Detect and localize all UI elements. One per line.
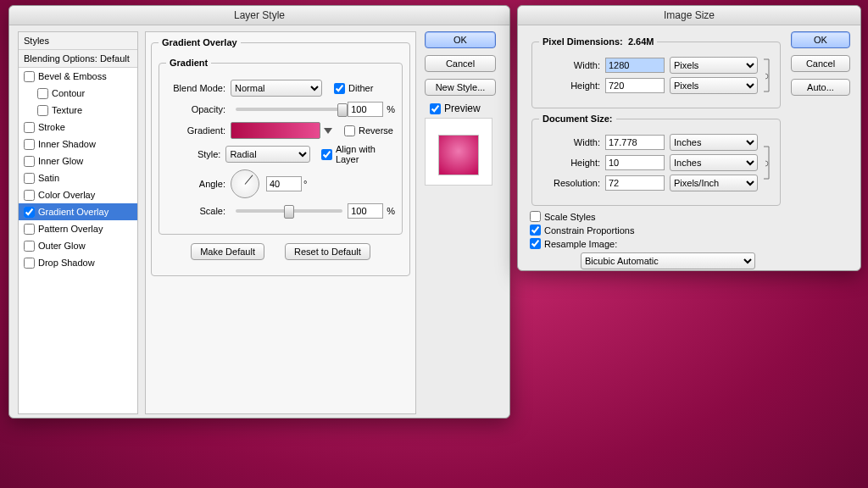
style-item-checkbox[interactable] — [24, 122, 35, 133]
doc-height-input[interactable] — [605, 155, 665, 170]
style-item-checkbox[interactable] — [24, 71, 35, 82]
blend-mode-select[interactable]: Normal — [231, 80, 322, 97]
auto-button[interactable]: Auto... — [791, 79, 850, 96]
make-default-button[interactable]: Make Default — [191, 243, 264, 260]
new-style-button[interactable]: New Style... — [425, 79, 496, 96]
px-height-input[interactable] — [605, 78, 665, 93]
style-item-checkbox[interactable] — [24, 258, 35, 269]
scale-input[interactable] — [348, 203, 383, 219]
resolution-unit[interactable]: Pixels/Inch — [670, 175, 758, 191]
style-item-checkbox[interactable] — [24, 156, 35, 167]
preview-swatch-box — [425, 118, 492, 186]
resample-input[interactable] — [530, 238, 541, 249]
angle-input[interactable] — [266, 176, 302, 191]
pixel-dimensions-group: Pixel Dimensions: 2.64M Width: Pixels He… — [531, 36, 781, 108]
style-label: Style: — [166, 149, 220, 159]
image-size-buttons: OK Cancel Auto... — [791, 31, 854, 103]
style-item-bevel-emboss[interactable]: Bevel & Emboss — [19, 68, 137, 85]
angle-unit: ° — [303, 179, 307, 189]
style-item-label: Inner Shadow — [38, 139, 96, 149]
px-height-unit[interactable]: Pixels — [670, 77, 758, 94]
style-item-drop-shadow[interactable]: Drop Shadow — [19, 254, 137, 271]
style-item-color-overlay[interactable]: Color Overlay — [19, 186, 137, 203]
style-item-inner-shadow[interactable]: Inner Shadow — [19, 136, 137, 152]
scale-styles-input[interactable] — [530, 211, 541, 222]
reverse-input[interactable] — [344, 125, 355, 136]
resample-checkbox[interactable]: Resample Image: — [530, 238, 781, 249]
style-item-label: Satin — [38, 173, 59, 183]
styles-header[interactable]: Styles — [19, 32, 137, 50]
doc-width-label: Width: — [539, 137, 600, 147]
document-size-legend: Document Size: — [539, 114, 616, 124]
style-item-checkbox[interactable] — [24, 224, 35, 235]
constrain-checkbox[interactable]: Constrain Proportions — [530, 225, 781, 236]
style-item-pattern-overlay[interactable]: Pattern Overlay — [19, 220, 137, 237]
blending-options-header[interactable]: Blending Options: Default — [19, 50, 137, 68]
opacity-unit: % — [387, 104, 395, 114]
style-item-checkbox[interactable] — [24, 139, 35, 150]
opacity-input[interactable] — [348, 102, 383, 117]
reverse-checkbox[interactable]: Reverse — [344, 125, 393, 136]
scale-slider[interactable] — [236, 209, 342, 213]
ok-button[interactable]: OK — [425, 31, 496, 48]
reset-default-button[interactable]: Reset to Default — [285, 243, 370, 260]
style-item-checkbox[interactable] — [37, 88, 48, 99]
style-item-checkbox[interactable] — [24, 173, 35, 184]
style-item-label: Color Overlay — [38, 190, 95, 200]
style-item-label: Bevel & Emboss — [38, 71, 107, 81]
layer-style-buttons: OK Cancel New Style... Preview — [425, 31, 501, 186]
style-item-stroke[interactable]: Stroke — [19, 119, 137, 136]
image-size-title: Image Size — [518, 6, 860, 25]
gradient-swatch[interactable] — [231, 122, 320, 139]
scale-styles-checkbox[interactable]: Scale Styles — [530, 211, 781, 222]
style-item-checkbox[interactable] — [24, 190, 35, 201]
style-item-label: Inner Glow — [38, 156, 83, 166]
style-item-satin[interactable]: Satin — [19, 169, 137, 186]
style-item-label: Texture — [52, 105, 82, 115]
doc-width-input[interactable] — [605, 135, 665, 150]
cancel-button[interactable]: Cancel — [425, 55, 496, 72]
preview-checkbox[interactable]: Preview — [430, 103, 501, 114]
style-item-contour[interactable]: Contour — [19, 85, 137, 102]
style-item-label: Outer Glow — [38, 241, 86, 251]
doc-width-unit[interactable]: Inches — [670, 134, 758, 151]
style-item-checkbox[interactable] — [24, 207, 35, 218]
document-size-group: Document Size: Width: Inches Height: Inc… — [531, 114, 781, 206]
style-item-checkbox[interactable] — [37, 105, 48, 116]
style-item-texture[interactable]: Texture — [19, 102, 137, 119]
px-width-unit[interactable]: Pixels — [670, 57, 758, 74]
style-item-label: Pattern Overlay — [38, 224, 103, 234]
scale-label: Scale: — [166, 206, 225, 216]
resample-method-select[interactable]: Bicubic Automatic — [581, 252, 755, 269]
angle-wheel[interactable] — [231, 169, 259, 198]
resolution-label: Resolution: — [539, 178, 600, 188]
doc-height-unit[interactable]: Inches — [670, 154, 758, 171]
gradient-legend: Gradient — [166, 58, 211, 68]
style-item-label: Stroke — [38, 122, 65, 132]
align-input[interactable] — [321, 149, 332, 160]
ok-button[interactable]: OK — [791, 31, 850, 48]
image-size-dialog: Image Size Pixel Dimensions: 2.64M Width… — [517, 5, 861, 271]
px-width-label: Width: — [539, 60, 600, 70]
angle-label: Angle: — [166, 179, 225, 189]
style-item-inner-glow[interactable]: Inner Glow — [19, 152, 137, 169]
style-item-outer-glow[interactable]: Outer Glow — [19, 237, 137, 254]
doc-height-label: Height: — [539, 158, 600, 168]
cancel-button[interactable]: Cancel — [791, 55, 850, 72]
opacity-slider[interactable] — [236, 108, 342, 111]
style-item-gradient-overlay[interactable]: Gradient Overlay — [19, 203, 137, 220]
px-width-input[interactable] — [605, 58, 665, 73]
resolution-input[interactable] — [605, 175, 665, 191]
style-item-checkbox[interactable] — [24, 241, 35, 252]
constrain-input[interactable] — [530, 225, 541, 236]
gradient-dropdown-icon[interactable] — [324, 128, 332, 134]
preview-input[interactable] — [430, 103, 441, 114]
pixel-dimensions-legend: Pixel Dimensions: 2.64M — [539, 36, 657, 47]
dither-input[interactable] — [334, 83, 345, 94]
link-icon — [761, 130, 773, 195]
dither-checkbox[interactable]: Dither — [334, 83, 373, 94]
style-select[interactable]: Radial — [225, 146, 310, 163]
gradient-overlay-panel: Gradient Overlay Gradient Blend Mode: No… — [145, 31, 416, 414]
link-icon — [761, 53, 773, 97]
align-checkbox[interactable]: Align with Layer — [321, 144, 395, 164]
